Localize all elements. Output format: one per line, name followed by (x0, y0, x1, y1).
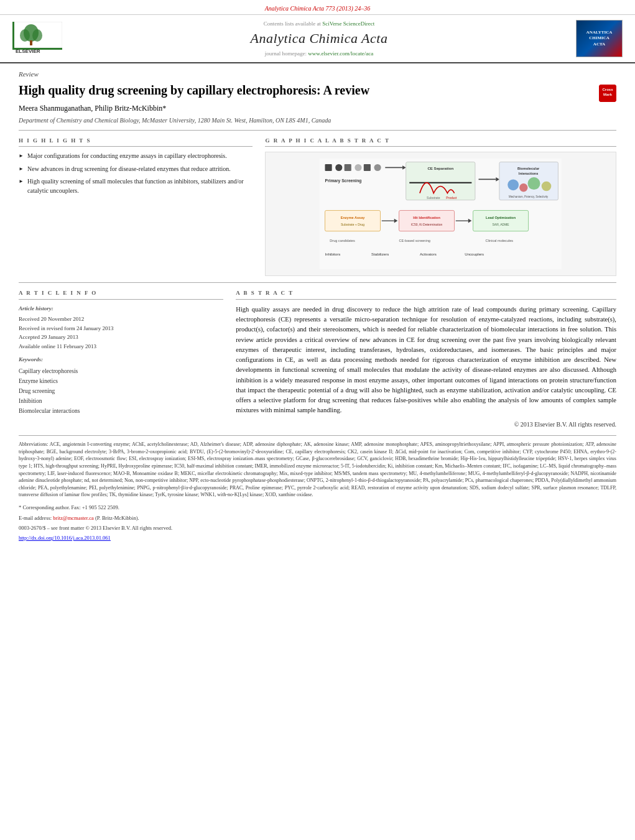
graphical-abstract-svg: Primary Screening CE Separation S (272, 159, 610, 269)
highlight-item-3: High quality screening of small molecule… (19, 177, 253, 195)
svg-text:Inhibitors: Inhibitors (325, 252, 341, 256)
svg-text:Lead Optimization: Lead Optimization (486, 216, 516, 219)
svg-text:CE-based screening: CE-based screening (399, 239, 430, 242)
article-history-label: Article history: (19, 305, 223, 313)
highlight-item-2: New advances in drug screening for disea… (19, 165, 253, 174)
analytica-logo-text: ANALYTICACHIMICAACTA (586, 30, 613, 48)
svg-point-2 (20, 29, 30, 42)
keyword-1: Capillary electrophoresis (19, 366, 223, 376)
graphical-abstract-header: G R A P H I C A L A B S T R A C T (265, 137, 616, 147)
authors: Meera Shanmuganathan, Philip Britz-McKib… (19, 103, 616, 114)
keyword-3: Drug screening (19, 386, 223, 396)
svg-rect-4 (30, 40, 32, 45)
svg-text:Uncouplers: Uncouplers (465, 252, 484, 256)
highlight-item-1: Major configurations for conducting enzy… (19, 152, 253, 161)
abstract-text: High quality assays are needed in drug d… (236, 305, 616, 429)
svg-text:Activators: Activators (420, 252, 437, 256)
analytica-logo-box: ANALYTICACHIMICAACTA (576, 20, 623, 57)
svg-point-32 (520, 183, 528, 192)
article-dates: Received 20 November 2012 Received in re… (19, 315, 223, 351)
email-person: (P. Britz-McKibbin). (95, 515, 139, 521)
svg-point-13 (336, 164, 343, 171)
svg-rect-41 (399, 211, 455, 231)
svg-point-33 (528, 177, 540, 190)
svg-rect-6 (12, 22, 14, 48)
svg-text:Enzyme Assay: Enzyme Assay (341, 216, 366, 219)
abstract-header: A B S T R A C T (236, 289, 616, 300)
svg-point-31 (508, 180, 519, 191)
corresponding-author: * Corresponding author. Fax: +1 905 522 … (19, 504, 616, 512)
svg-text:Mechanism, Potency, Selectivit: Mechanism, Potency, Selectivity (509, 196, 549, 199)
info-abstract-row: A R T I C L E I N F O Article history: R… (19, 282, 616, 429)
journal-header: ELSEVIER Contents lists available at Sci… (0, 15, 635, 63)
main-content: Review Cross Mark High quality drug scre… (0, 63, 635, 548)
svg-point-34 (542, 182, 552, 192)
svg-text:Hit Identification: Hit Identification (414, 216, 441, 219)
journal-center-header: Contents lists available at SciVerse Sci… (62, 20, 576, 57)
svg-text:Clinical molecules: Clinical molecules (486, 239, 514, 242)
svg-rect-36 (325, 211, 381, 231)
journal-homepage: journal homepage: www.elsevier.com/locat… (62, 50, 576, 58)
received-revised-date: Received in revised form 24 January 2013 (19, 324, 223, 333)
svg-rect-46 (473, 211, 529, 231)
article-info-header: A R T I C L E I N F O (19, 289, 223, 300)
svg-rect-16 (364, 164, 371, 171)
svg-text:Mark: Mark (603, 93, 613, 96)
abstract-copyright: © 2013 Elsevier B.V. All rights reserved… (236, 420, 616, 430)
crossmark-badge[interactable]: Cross Mark (599, 85, 616, 102)
svg-text:IC50, Ki Determination: IC50, Ki Determination (411, 223, 443, 226)
authors-text: Meera Shanmuganathan, Philip Britz-McKib… (19, 104, 166, 113)
doi-anchor[interactable]: http://dx.doi.org/10.1016/j.aca.2013.01.… (19, 535, 111, 541)
svg-text:Drug candidates: Drug candidates (330, 239, 356, 242)
sciverse-anchor[interactable]: SciVerse ScienceDirect (322, 21, 374, 27)
svg-text:Biomolecular: Biomolecular (517, 167, 540, 170)
sciverse-link[interactable]: Contents lists available at SciVerse Sci… (62, 20, 576, 28)
email-link[interactable]: britz@mcmaster.ca (53, 515, 94, 521)
accepted-date: Accepted 29 January 2013 (19, 333, 223, 341)
svg-text:CE Separation: CE Separation (428, 166, 454, 170)
keyword-5: Biomolecular interactions (19, 406, 223, 416)
svg-rect-14 (345, 164, 351, 171)
journal-title: Analytica Chimica Acta (62, 29, 576, 48)
homepage-label: journal homepage: (265, 50, 307, 57)
abstract-section: A B S T R A C T High quality assays are … (236, 289, 616, 429)
graphical-abstract-section: G R A P H I C A L A B S T R A C T (265, 137, 616, 277)
review-label: Review (19, 70, 616, 79)
journal-ref: Analytica Chimica Acta 773 (2013) 24–36 (265, 5, 371, 12)
abbreviations-text: Abbreviations: ACE, angiotensin I-conver… (19, 441, 616, 499)
sciverse-text: Contents lists available at (264, 21, 321, 27)
doi-link[interactable]: http://dx.doi.org/10.1016/j.aca.2013.01.… (19, 535, 616, 542)
email-footnote: E-mail address: britz@mcmaster.ca (P. Br… (19, 514, 616, 522)
bottom-section: Abbreviations: ACE, angiotensin I-conver… (19, 435, 616, 542)
svg-rect-7 (12, 48, 62, 50)
keywords-section: Keywords: Capillary electrophoresis Enzy… (19, 356, 223, 416)
svg-text:Interactions: Interactions (519, 172, 538, 175)
svg-rect-12 (325, 164, 332, 171)
highlights-header: H I G H L I G H T S (19, 137, 253, 147)
copyright-line: 0003-2670/$ – see front matter © 2013 El… (19, 524, 616, 532)
highlights-list: Major configurations for conducting enzy… (19, 152, 253, 195)
abstract-body: High quality assays are needed in drug d… (236, 306, 616, 414)
keywords-label: Keywords: (19, 356, 223, 364)
keyword-4: Inhibition (19, 396, 223, 406)
svg-point-17 (374, 164, 381, 171)
svg-point-3 (32, 29, 42, 42)
svg-text:Primary Screening: Primary Screening (325, 178, 362, 183)
svg-text:Stabilizers: Stabilizers (371, 252, 389, 256)
top-bar: Analytica Chimica Acta 773 (2013) 24–36 (0, 0, 635, 15)
svg-text:SAR, ADME: SAR, ADME (493, 223, 510, 226)
abbreviations-body: Abbreviations: ACE, angiotensin I-conver… (19, 441, 616, 497)
available-date: Available online 11 February 2013 (19, 342, 223, 351)
title-row: Cross Mark High quality drug screening b… (19, 82, 616, 98)
highlights-section: H I G H L I G H T S Major configurations… (19, 137, 253, 277)
graphical-abstract-image: Primary Screening CE Separation S (265, 152, 616, 276)
svg-text:Product: Product (447, 196, 458, 200)
email-label: E-mail address: (19, 515, 52, 521)
article-title: High quality drug screening by capillary… (19, 82, 591, 98)
svg-text:Substrate + Drug: Substrate + Drug (341, 223, 364, 226)
homepage-url[interactable]: www.elsevier.com/locate/aca (308, 50, 373, 57)
affiliation: Department of Chemistry and Chemical Bio… (19, 116, 616, 131)
article-info-section: A R T I C L E I N F O Article history: R… (19, 289, 223, 429)
svg-text:Cross: Cross (602, 88, 613, 91)
svg-point-15 (355, 164, 362, 171)
